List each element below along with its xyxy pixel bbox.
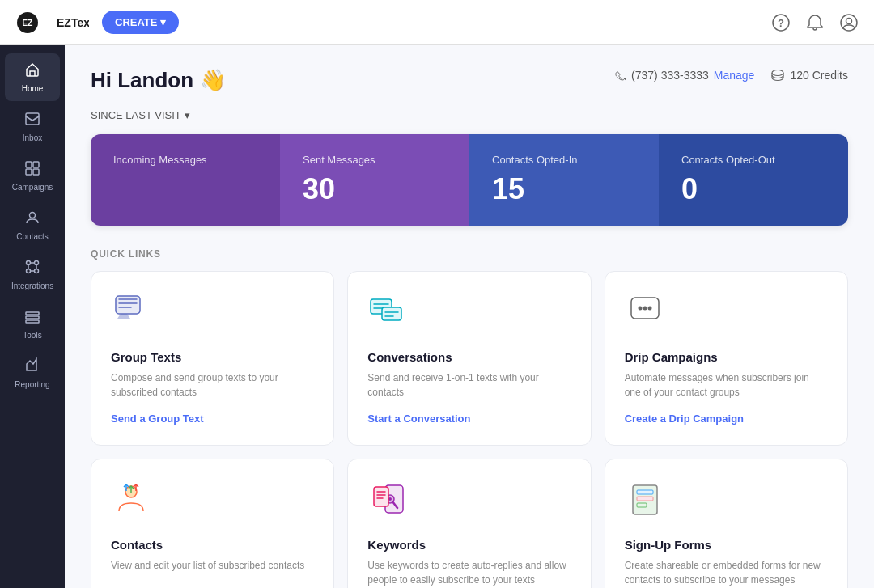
svg-rect-35 xyxy=(637,497,653,501)
stat-sent: Sent Messages 30 xyxy=(280,134,469,226)
sidebar-label-inbox: Inbox xyxy=(23,133,42,142)
sidebar-item-inbox[interactable]: Inbox xyxy=(5,103,60,150)
stats-grid: Incoming Messages Sent Messages 30 Conta… xyxy=(91,134,848,226)
bell-icon[interactable] xyxy=(806,14,824,32)
filter-bar: SINCE LAST VISIT ▾ xyxy=(91,109,848,121)
sidebar: Home Inbox Campaigns xyxy=(0,45,65,588)
stat-incoming: Incoming Messages xyxy=(91,134,280,226)
svg-rect-23 xyxy=(382,307,401,320)
stat-label-sent: Sent Messages xyxy=(303,154,447,166)
quick-link-drip[interactable]: Drip Campaigns Automate messages when su… xyxy=(605,271,848,446)
conversations-icon xyxy=(367,291,571,339)
credits-info: 120 Credits xyxy=(770,68,848,82)
integrations-icon xyxy=(24,259,40,279)
manage-link[interactable]: Manage xyxy=(714,69,755,82)
drip-desc: Automate messages when subscribers join … xyxy=(625,370,828,400)
sidebar-item-campaigns[interactable]: Campaigns xyxy=(5,152,60,200)
signup-title: Sign-Up Forms xyxy=(625,538,828,552)
stat-value-opted-in: 15 xyxy=(492,172,636,206)
top-nav: EZ EZTexting CREATE ▾ ? xyxy=(0,0,874,45)
stat-value-opted-out: 0 xyxy=(681,172,825,206)
sidebar-label-contacts: Contacts xyxy=(16,232,48,241)
sidebar-item-integrations[interactable]: Integrations xyxy=(5,251,60,298)
group-texts-title: Group Texts xyxy=(111,350,314,364)
filter-button[interactable]: SINCE LAST VISIT ▾ xyxy=(91,109,190,121)
svg-rect-18 xyxy=(26,316,39,319)
svg-rect-10 xyxy=(26,169,32,175)
sidebar-label-tools: Tools xyxy=(23,331,41,340)
group-texts-icon xyxy=(111,291,314,339)
svg-point-16 xyxy=(35,269,39,273)
contacts-icon xyxy=(24,209,40,230)
quick-link-keywords[interactable]: Keywords Use keywords to create auto-rep… xyxy=(347,459,591,588)
credits-icon xyxy=(770,68,785,82)
svg-rect-9 xyxy=(33,162,39,167)
reporting-icon xyxy=(24,357,40,378)
sidebar-label-campaigns: Campaigns xyxy=(12,183,53,192)
quick-links-grid: Group Texts Compose and send group texts… xyxy=(91,271,848,588)
stat-label-opted-out: Contacts Opted-Out xyxy=(681,154,825,166)
quick-link-group-texts[interactable]: Group Texts Compose and send group texts… xyxy=(91,271,334,446)
svg-text:?: ? xyxy=(778,17,784,29)
contacts-card-icon xyxy=(111,479,314,527)
sidebar-item-contacts[interactable]: Contacts xyxy=(5,201,60,249)
svg-point-6 xyxy=(846,18,852,23)
main-content: Hi Landon 👋 (737) 333-3333 Manage xyxy=(65,45,874,588)
logo: EZ EZTexting xyxy=(16,11,89,34)
page-header: Hi Landon 👋 (737) 333-3333 Manage xyxy=(91,68,848,93)
sidebar-label-integrations: Integrations xyxy=(11,281,53,290)
header-meta: (737) 333-3333 Manage 120 Credits xyxy=(613,68,848,82)
sidebar-item-home[interactable]: Home xyxy=(5,53,60,101)
contacts-card-title: Contacts xyxy=(111,538,314,552)
main-layout: Home Inbox Campaigns xyxy=(0,45,874,588)
keywords-title: Keywords xyxy=(367,538,571,552)
svg-rect-11 xyxy=(33,169,39,175)
nav-right: ? xyxy=(772,14,858,32)
svg-point-20 xyxy=(772,70,783,76)
signup-desc: Create shareable or embedded forms for n… xyxy=(625,558,828,587)
group-texts-link[interactable]: Send a Group Text xyxy=(111,412,204,425)
home-icon xyxy=(24,61,40,82)
svg-point-13 xyxy=(27,261,31,265)
svg-rect-8 xyxy=(26,162,32,167)
keywords-icon xyxy=(367,479,571,527)
contacts-card-desc: View and edit your list of subscribed co… xyxy=(111,558,314,573)
nav-left: EZ EZTexting CREATE ▾ xyxy=(16,11,179,34)
logo-svg: EZ EZTexting xyxy=(16,11,89,34)
svg-point-15 xyxy=(27,269,31,273)
group-texts-desc: Compose and send group texts to your sub… xyxy=(111,370,314,400)
tools-icon xyxy=(24,308,40,328)
quick-link-conversations[interactable]: Conversations Send and receive 1-on-1 te… xyxy=(347,271,591,446)
quick-links-title: QUICK LINKS xyxy=(91,248,848,260)
svg-rect-19 xyxy=(26,320,39,323)
drip-icon xyxy=(625,291,828,339)
svg-text:EZ: EZ xyxy=(23,19,33,27)
svg-rect-32 xyxy=(374,487,388,506)
drip-link[interactable]: Create a Drip Campaign xyxy=(625,412,744,425)
help-icon[interactable]: ? xyxy=(772,14,790,32)
svg-point-14 xyxy=(35,261,39,265)
svg-point-27 xyxy=(647,307,651,311)
stat-opted-out: Contacts Opted-Out 0 xyxy=(659,134,848,226)
create-button[interactable]: CREATE ▾ xyxy=(102,11,179,34)
svg-text:EZTexting: EZTexting xyxy=(57,16,89,29)
svg-point-26 xyxy=(643,307,647,311)
stat-label-opted-in: Contacts Opted-In xyxy=(492,154,636,166)
svg-point-25 xyxy=(638,307,642,311)
sidebar-label-reporting: Reporting xyxy=(15,380,49,389)
quick-link-contacts[interactable]: Contacts View and edit your list of subs… xyxy=(91,459,334,588)
sidebar-item-reporting[interactable]: Reporting xyxy=(5,349,60,397)
signup-icon xyxy=(625,479,828,527)
sidebar-item-tools[interactable]: Tools xyxy=(5,300,60,348)
svg-rect-17 xyxy=(26,312,39,315)
stat-value-sent: 30 xyxy=(303,172,447,206)
quick-link-signup[interactable]: Sign-Up Forms Create shareable or embedd… xyxy=(605,459,848,588)
phone-info: (737) 333-3333 Manage xyxy=(613,69,754,82)
inbox-icon xyxy=(24,111,40,131)
user-icon[interactable] xyxy=(840,14,858,32)
conversations-title: Conversations xyxy=(367,350,571,364)
conversations-link[interactable]: Start a Conversation xyxy=(367,412,470,425)
stat-opted-in: Contacts Opted-In 15 xyxy=(469,134,659,226)
svg-point-12 xyxy=(30,213,36,218)
phone-icon xyxy=(613,69,626,82)
